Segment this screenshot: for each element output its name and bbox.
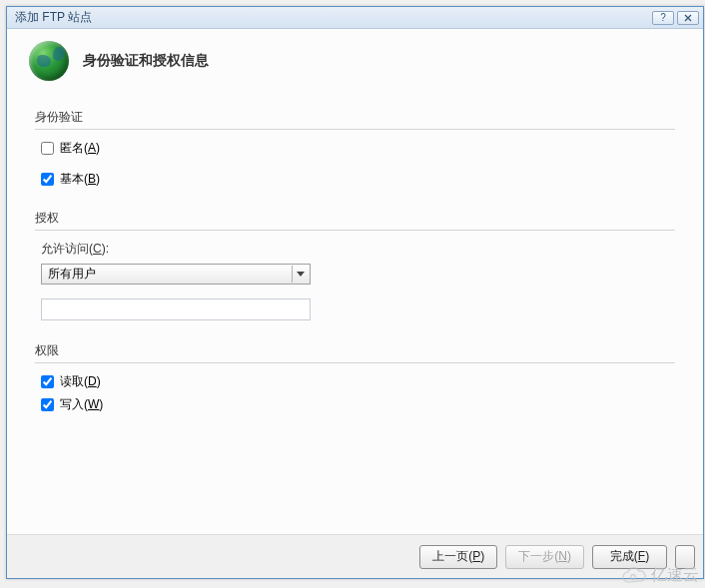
basic-checkbox-row[interactable]: 基本(B) <box>41 171 675 188</box>
page-header: 身份验证和授权信息 <box>25 41 685 81</box>
chevron-down-icon <box>292 266 308 283</box>
close-icon <box>684 14 692 22</box>
read-checkbox-row[interactable]: 读取(D) <box>41 373 675 390</box>
read-checkbox[interactable] <box>41 375 54 388</box>
help-button[interactable]: ? <box>652 11 674 25</box>
globe-icon <box>29 41 69 81</box>
write-label: 写入(W) <box>60 396 103 413</box>
basic-label: 基本(B) <box>60 171 100 188</box>
authentication-group-label: 身份验证 <box>35 109 675 130</box>
write-checkbox[interactable] <box>41 398 54 411</box>
finish-button[interactable]: 完成(F) <box>592 545 667 569</box>
anonymous-label: 匿名(A) <box>60 140 100 157</box>
previous-button[interactable]: 上一页(P) <box>419 545 497 569</box>
read-label: 读取(D) <box>60 373 101 390</box>
add-ftp-site-dialog: 添加 FTP 站点 ? 身份验证和授权信息 身份验证 匿名(A) 基本(B) <box>6 6 704 579</box>
dialog-content: 身份验证和授权信息 身份验证 匿名(A) 基本(B) 授权 允许访问(C): <box>7 29 703 413</box>
window-title: 添加 FTP 站点 <box>15 9 649 26</box>
authorization-group: 授权 允许访问(C): 所有用户 <box>35 210 675 320</box>
permissions-group: 权限 读取(D) 写入(W) <box>35 342 675 413</box>
close-button[interactable] <box>677 11 699 25</box>
dialog-button-row: 上一页(P) 下一步(N) 完成(F) <box>7 534 703 578</box>
allow-access-dropdown[interactable]: 所有用户 <box>41 264 311 285</box>
basic-checkbox[interactable] <box>41 173 54 186</box>
anonymous-checkbox[interactable] <box>41 142 54 155</box>
authentication-group: 身份验证 匿名(A) 基本(B) <box>35 109 675 188</box>
specify-users-input[interactable] <box>41 298 311 320</box>
next-button: 下一步(N) <box>505 545 584 569</box>
anonymous-checkbox-row[interactable]: 匿名(A) <box>41 140 675 157</box>
titlebar: 添加 FTP 站点 ? <box>7 7 703 29</box>
dropdown-selected-value: 所有用户 <box>48 266 292 283</box>
allow-access-label: 允许访问(C): <box>41 241 675 258</box>
authorization-group-label: 授权 <box>35 210 675 231</box>
write-checkbox-row[interactable]: 写入(W) <box>41 396 675 413</box>
page-title: 身份验证和授权信息 <box>83 52 209 70</box>
cancel-button-clipped[interactable] <box>675 545 695 569</box>
permissions-group-label: 权限 <box>35 342 675 363</box>
